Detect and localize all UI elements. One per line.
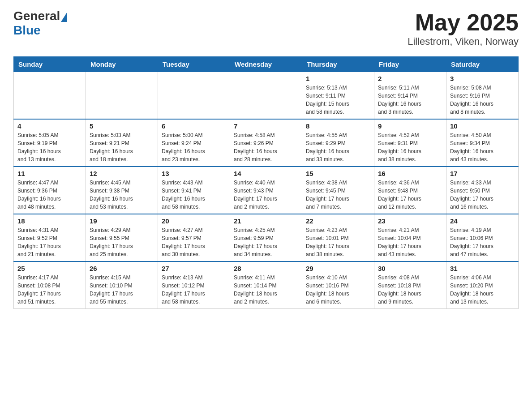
day-number: 31 [450,265,515,272]
day-number: 6 [162,122,226,130]
header-tuesday: Tuesday [158,57,230,72]
table-row: 17Sunrise: 4:33 AMSunset: 9:50 PMDayligh… [446,167,519,214]
day-number: 10 [450,122,515,130]
table-row: 25Sunrise: 4:17 AMSunset: 10:08 PMDaylig… [14,261,86,309]
day-info: Sunrise: 4:17 AMSunset: 10:08 PMDaylight… [17,274,82,306]
table-row: 18Sunrise: 4:31 AMSunset: 9:52 PMDayligh… [14,214,86,261]
day-info: Sunrise: 4:13 AMSunset: 10:12 PMDaylight… [162,274,226,306]
logo: General Blue [13,9,67,38]
table-row: 12Sunrise: 4:45 AMSunset: 9:38 PMDayligh… [86,167,158,214]
day-info: Sunrise: 4:45 AMSunset: 9:38 PMDaylight:… [90,179,154,211]
table-row: 22Sunrise: 4:23 AMSunset: 10:01 PMDaylig… [302,214,374,261]
day-info: Sunrise: 4:43 AMSunset: 9:41 PMDaylight:… [162,179,226,211]
table-row: 9Sunrise: 4:52 AMSunset: 9:31 PMDaylight… [374,119,446,167]
logo-blue-text: Blue [13,23,67,38]
calendar-table: Sunday Monday Tuesday Wednesday Thursday… [13,56,519,309]
day-info: Sunrise: 4:50 AMSunset: 9:34 PMDaylight:… [450,131,515,163]
day-number: 29 [306,265,370,272]
day-number: 23 [378,217,442,225]
day-number: 21 [234,217,298,225]
page-header: General Blue May 2025 Lillestrom, Viken,… [13,9,519,47]
day-info: Sunrise: 5:00 AMSunset: 9:24 PMDaylight:… [162,131,226,163]
table-row: 2Sunrise: 5:11 AMSunset: 9:14 PMDaylight… [374,72,446,120]
day-info: Sunrise: 5:13 AMSunset: 9:11 PMDaylight:… [306,84,370,116]
day-number: 16 [378,170,442,177]
header-friday: Friday [374,57,446,72]
day-number: 13 [162,170,226,177]
table-row: 13Sunrise: 4:43 AMSunset: 9:41 PMDayligh… [158,167,230,214]
logo-general-text: General [13,9,60,23]
table-row: 19Sunrise: 4:29 AMSunset: 9:55 PMDayligh… [86,214,158,261]
week-row-3: 11Sunrise: 4:47 AMSunset: 9:36 PMDayligh… [14,167,519,214]
day-info: Sunrise: 4:52 AMSunset: 9:31 PMDaylight:… [378,131,442,163]
header-wednesday: Wednesday [230,57,302,72]
table-row: 5Sunrise: 5:03 AMSunset: 9:21 PMDaylight… [86,119,158,167]
table-row: 27Sunrise: 4:13 AMSunset: 10:12 PMDaylig… [158,261,230,309]
week-row-5: 25Sunrise: 4:17 AMSunset: 10:08 PMDaylig… [14,261,519,309]
day-number: 11 [17,170,82,177]
day-info: Sunrise: 4:19 AMSunset: 10:06 PMDaylight… [450,226,515,258]
day-number: 30 [378,265,442,272]
table-row: 15Sunrise: 4:38 AMSunset: 9:45 PMDayligh… [302,167,374,214]
table-row: 7Sunrise: 4:58 AMSunset: 9:26 PMDaylight… [230,119,302,167]
table-row: 24Sunrise: 4:19 AMSunset: 10:06 PMDaylig… [446,214,519,261]
day-info: Sunrise: 4:33 AMSunset: 9:50 PMDaylight:… [450,179,515,211]
day-info: Sunrise: 5:03 AMSunset: 9:21 PMDaylight:… [90,131,154,163]
table-row: 1Sunrise: 5:13 AMSunset: 9:11 PMDaylight… [302,72,374,120]
day-number: 5 [90,122,154,130]
table-row: 31Sunrise: 4:06 AMSunset: 10:20 PMDaylig… [446,261,519,309]
table-row [86,72,158,120]
table-row: 10Sunrise: 4:50 AMSunset: 9:34 PMDayligh… [446,119,519,167]
week-row-1: 1Sunrise: 5:13 AMSunset: 9:11 PMDaylight… [14,72,519,120]
day-number: 9 [378,122,442,130]
table-row: 20Sunrise: 4:27 AMSunset: 9:57 PMDayligh… [158,214,230,261]
day-info: Sunrise: 4:15 AMSunset: 10:10 PMDaylight… [90,274,154,306]
table-row: 26Sunrise: 4:15 AMSunset: 10:10 PMDaylig… [86,261,158,309]
table-row: 8Sunrise: 4:55 AMSunset: 9:29 PMDaylight… [302,119,374,167]
day-number: 19 [90,217,154,225]
day-info: Sunrise: 4:55 AMSunset: 9:29 PMDaylight:… [306,131,370,163]
table-row: 3Sunrise: 5:08 AMSunset: 9:16 PMDaylight… [446,72,519,120]
table-row: 23Sunrise: 4:21 AMSunset: 10:04 PMDaylig… [374,214,446,261]
day-info: Sunrise: 4:21 AMSunset: 10:04 PMDaylight… [378,226,442,258]
day-info: Sunrise: 4:47 AMSunset: 9:36 PMDaylight:… [17,179,82,211]
day-info: Sunrise: 4:08 AMSunset: 10:18 PMDaylight… [378,274,442,306]
day-number: 4 [17,122,82,130]
week-row-2: 4Sunrise: 5:05 AMSunset: 9:19 PMDaylight… [14,119,519,167]
day-info: Sunrise: 4:58 AMSunset: 9:26 PMDaylight:… [234,131,298,163]
table-row [158,72,230,120]
day-info: Sunrise: 4:31 AMSunset: 9:52 PMDaylight:… [17,226,82,258]
day-info: Sunrise: 4:23 AMSunset: 10:01 PMDaylight… [306,226,370,258]
table-row: 16Sunrise: 4:36 AMSunset: 9:48 PMDayligh… [374,167,446,214]
day-number: 3 [450,75,515,82]
day-number: 14 [234,170,298,177]
table-row: 28Sunrise: 4:11 AMSunset: 10:14 PMDaylig… [230,261,302,309]
calendar-title: May 2025 [408,9,519,36]
day-info: Sunrise: 5:08 AMSunset: 9:16 PMDaylight:… [450,84,515,116]
day-number: 17 [450,170,515,177]
day-info: Sunrise: 4:40 AMSunset: 9:43 PMDaylight:… [234,179,298,211]
table-row [14,72,86,120]
day-info: Sunrise: 5:05 AMSunset: 9:19 PMDaylight:… [17,131,82,163]
table-row: 11Sunrise: 4:47 AMSunset: 9:36 PMDayligh… [14,167,86,214]
day-number: 22 [306,217,370,225]
weekday-header-row: Sunday Monday Tuesday Wednesday Thursday… [14,57,519,72]
day-number: 7 [234,122,298,130]
day-number: 24 [450,217,515,225]
day-number: 20 [162,217,226,225]
table-row: 6Sunrise: 5:00 AMSunset: 9:24 PMDaylight… [158,119,230,167]
day-number: 15 [306,170,370,177]
table-row [230,72,302,120]
table-row: 29Sunrise: 4:10 AMSunset: 10:16 PMDaylig… [302,261,374,309]
day-info: Sunrise: 4:25 AMSunset: 9:59 PMDaylight:… [234,226,298,258]
week-row-4: 18Sunrise: 4:31 AMSunset: 9:52 PMDayligh… [14,214,519,261]
table-row: 4Sunrise: 5:05 AMSunset: 9:19 PMDaylight… [14,119,86,167]
title-block: May 2025 Lillestrom, Viken, Norway [408,9,519,47]
day-number: 25 [17,265,82,272]
day-number: 12 [90,170,154,177]
day-number: 1 [306,75,370,82]
calendar-subtitle: Lillestrom, Viken, Norway [408,36,519,47]
day-info: Sunrise: 4:29 AMSunset: 9:55 PMDaylight:… [90,226,154,258]
day-info: Sunrise: 4:27 AMSunset: 9:57 PMDaylight:… [162,226,226,258]
header-monday: Monday [86,57,158,72]
